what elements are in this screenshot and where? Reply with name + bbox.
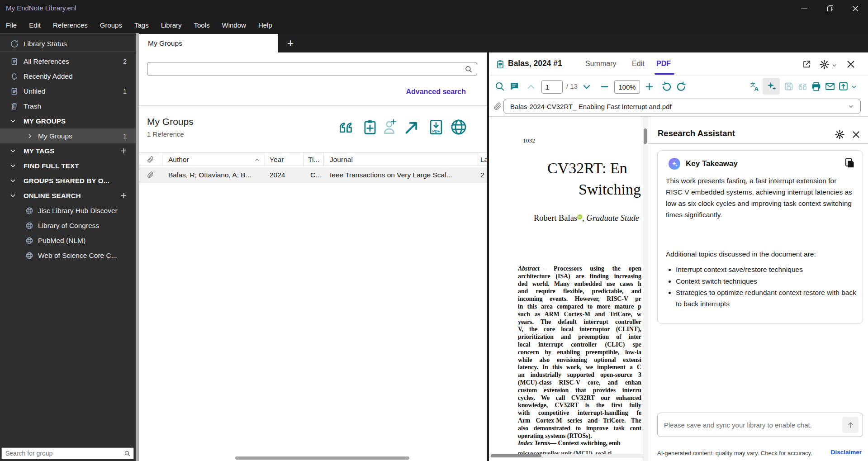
attachment-row: Balas-2024-CV32RT_ Enabling Fast Interru…: [489, 96, 868, 117]
export-arrow-icon[interactable]: [403, 118, 421, 136]
paperclip-column-icon[interactable]: [147, 156, 154, 163]
sidebar-item-my-groups[interactable]: My Groups 1: [0, 128, 136, 143]
sidebar-item-unfiled[interactable]: Unfiled 1: [0, 84, 136, 99]
menu-references[interactable]: References: [53, 21, 88, 29]
minimize-button[interactable]: [792, 0, 817, 17]
annotations-icon[interactable]: [509, 81, 520, 92]
sidebar-item-web-of-science[interactable]: Web of Science Core C...: [0, 248, 136, 263]
zoom-level-box[interactable]: 100%: [614, 80, 640, 94]
rotate-left-icon[interactable]: [661, 81, 672, 92]
close-panel-icon[interactable]: [846, 59, 856, 69]
assistant-chat-input[interactable]: [658, 421, 842, 429]
horizontal-scrollbar[interactable]: [235, 456, 409, 460]
quote-icon[interactable]: [337, 119, 353, 136]
ai-assistant-button[interactable]: [763, 78, 780, 95]
menu-edit[interactable]: Edit: [29, 21, 41, 29]
pdf-page-view[interactable]: 1032 CV32RT: En Switching Robert BalasiD…: [489, 117, 643, 461]
page-number-input[interactable]: [541, 80, 563, 94]
group-search-input[interactable]: [2, 450, 124, 457]
previous-page-icon[interactable]: [526, 82, 536, 92]
pdf-vertical-scrollbar-thumb[interactable]: [644, 128, 647, 144]
reference-search-input[interactable]: [147, 66, 465, 73]
arrow-up-icon: [846, 421, 855, 429]
reference-search-box[interactable]: [147, 62, 477, 76]
sidebar-item-jisc[interactable]: Jisc Library Hub Discover: [0, 203, 136, 218]
open-in-new-window-icon[interactable]: [802, 59, 811, 69]
tab-pdf[interactable]: PDF: [656, 60, 671, 68]
column-header-year[interactable]: Year: [270, 156, 284, 164]
tab-edit[interactable]: Edit: [632, 60, 645, 68]
new-tab-button[interactable]: +: [284, 35, 297, 51]
menu-library[interactable]: Library: [161, 21, 182, 29]
cell-author: Balas, R; Ottaviano, A; B...: [168, 171, 251, 179]
add-tag-icon[interactable]: [120, 147, 128, 155]
print-icon[interactable]: [811, 81, 822, 92]
topics-intro: Additional topics discussed in the docum…: [666, 248, 856, 260]
tab-summary[interactable]: Summary: [585, 60, 616, 68]
email-icon[interactable]: [825, 81, 835, 92]
sidebar-item-pubmed[interactable]: PubMed (NLM): [0, 233, 136, 248]
next-page-icon[interactable]: [582, 82, 592, 92]
advanced-search-link[interactable]: Advanced search: [406, 88, 466, 96]
sidebar-scrollbar[interactable]: [136, 33, 139, 461]
menu-tags[interactable]: Tags: [134, 21, 149, 29]
sort-ascending-icon[interactable]: [254, 157, 260, 163]
zoom-in-icon[interactable]: [644, 81, 655, 92]
column-header-title[interactable]: Ti...: [308, 156, 319, 164]
sidebar-item-library-status[interactable]: Library Status: [0, 36, 136, 52]
menu-tools[interactable]: Tools: [194, 21, 210, 29]
gear-icon[interactable]: [819, 59, 830, 70]
orcid-icon: iD: [577, 214, 582, 219]
reference-count-badge: 1: [123, 88, 127, 95]
sidebar-section-groups-shared[interactable]: GROUPS SHARED BY O...: [0, 173, 136, 188]
reference-count-badge: 1: [123, 133, 127, 140]
export-icon[interactable]: [838, 81, 849, 92]
download-pdf-icon[interactable]: [427, 119, 445, 136]
zoom-out-icon[interactable]: [599, 81, 610, 92]
sidebar-section-my-groups[interactable]: MY GROUPS: [0, 114, 136, 128]
sidebar-section-find-full-text[interactable]: FIND FULL TEXT: [0, 158, 136, 173]
sidebar-item-recently-added[interactable]: Recently Added: [0, 69, 136, 84]
add-online-search-icon[interactable]: [120, 192, 128, 200]
send-button[interactable]: [842, 417, 859, 433]
trash-icon: [10, 102, 19, 110]
group-search-box[interactable]: [1, 447, 134, 459]
tab-my-groups[interactable]: My Groups: [139, 34, 278, 52]
close-assistant-icon[interactable]: [851, 130, 861, 139]
menu-help[interactable]: Help: [258, 21, 272, 29]
close-window-button[interactable]: [843, 0, 868, 17]
rotate-right-icon[interactable]: [676, 81, 687, 92]
title-bar: My EndNote Library.enl: [0, 0, 868, 17]
web-icon[interactable]: [450, 118, 468, 136]
pdf-horizontal-scrollbar-thumb[interactable]: [491, 454, 541, 457]
save-icon[interactable]: [783, 81, 794, 92]
disclaimer-link[interactable]: Disclaimer: [831, 449, 862, 456]
share-with-user-icon[interactable]: [381, 119, 399, 137]
column-header-author[interactable]: Author: [168, 156, 189, 164]
menu-file[interactable]: File: [6, 21, 17, 29]
cell-last-updated: 2: [480, 171, 484, 179]
running-page-number: 1032: [523, 137, 535, 144]
assistant-chat-box[interactable]: [657, 413, 863, 437]
translate-icon[interactable]: [749, 81, 760, 92]
pdf-vertical-scrollbar[interactable]: [643, 117, 648, 461]
menu-groups[interactable]: Groups: [100, 21, 122, 29]
search-icon[interactable]: [494, 81, 505, 92]
restore-button[interactable]: [817, 0, 843, 17]
sidebar-item-all-references[interactable]: All References 2: [0, 54, 136, 69]
copy-to-group-icon[interactable]: [361, 119, 379, 136]
quote-icon[interactable]: [797, 81, 807, 92]
chevron-down-icon[interactable]: [831, 62, 837, 68]
menu-window[interactable]: Window: [222, 21, 246, 29]
sidebar-item-trash[interactable]: Trash: [0, 99, 136, 114]
attachment-dropdown[interactable]: Balas-2024-CV32RT_ Enabling Fast Interru…: [503, 99, 861, 114]
gear-icon[interactable]: [835, 129, 845, 140]
sidebar-item-library-of-congress[interactable]: Library of Congress: [0, 218, 136, 233]
sidebar-section-online-search[interactable]: ONLINE SEARCH: [0, 188, 136, 203]
chevron-down-icon[interactable]: [851, 84, 857, 90]
reference-list-panel: Advanced search My Groups 1 Reference Au…: [139, 52, 487, 461]
column-header-journal[interactable]: Journal: [330, 156, 353, 164]
ai-quality-note: AI-generated content: quality may vary. …: [657, 450, 812, 456]
sidebar-section-my-tags[interactable]: MY TAGS: [0, 143, 136, 158]
copy-icon[interactable]: [844, 157, 856, 169]
